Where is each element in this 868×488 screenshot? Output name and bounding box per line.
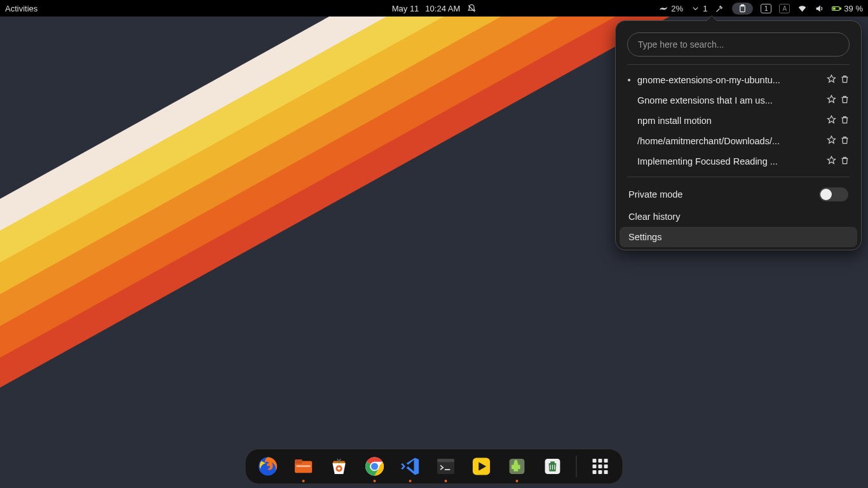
files-icon — [293, 456, 315, 477]
svg-rect-4 — [833, 7, 836, 9]
settings-row[interactable]: Settings — [620, 227, 857, 247]
clipboard-icon — [738, 4, 747, 13]
clipboard-menu: Private mode Clear history Settings — [616, 182, 861, 247]
dock-app-vscode[interactable] — [398, 454, 423, 478]
star-icon[interactable] — [827, 156, 836, 167]
clock-area[interactable]: May 11 10:24 AM — [392, 4, 477, 13]
software-icon — [329, 456, 350, 477]
star-icon[interactable] — [827, 74, 836, 86]
battery-percent: 39 % — [844, 4, 863, 13]
dock-app-trash[interactable] — [541, 454, 565, 478]
cpu-percent: 2% — [671, 4, 683, 13]
dock-app-media[interactable] — [470, 454, 494, 478]
workspace-indicator[interactable]: 1 — [761, 4, 771, 13]
runcat-icon — [659, 4, 668, 13]
updates-indicator[interactable]: 1 — [691, 4, 707, 13]
dock-app-firefox[interactable] — [256, 454, 280, 478]
svg-rect-7 — [295, 459, 302, 464]
media-icon — [471, 456, 492, 477]
trash-icon[interactable] — [840, 115, 850, 126]
keyboard-layout-indicator[interactable]: A — [779, 4, 790, 13]
private-mode-toggle[interactable] — [819, 187, 848, 201]
show-apps-button[interactable] — [588, 454, 613, 478]
clipboard-items-list: •gnome-extensions-on-my-ubuntu...Gnome e… — [616, 70, 861, 172]
trash-icon[interactable] — [840, 74, 850, 86]
star-icon[interactable] — [827, 135, 836, 147]
battery-indicator[interactable]: 39 % — [832, 4, 863, 13]
clipboard-search — [627, 32, 850, 57]
activities-button[interactable]: Activities — [5, 4, 37, 13]
wifi-icon[interactable] — [797, 4, 807, 13]
clipboard-item-text: Gnome extensions that I am us... — [637, 95, 822, 105]
clipboard-indicator[interactable] — [732, 3, 753, 15]
private-mode-label: Private mode — [628, 189, 682, 200]
clipboard-item[interactable]: •gnome-extensions-on-my-ubuntu... — [620, 70, 857, 90]
svg-point-17 — [514, 460, 517, 463]
vscode-icon — [400, 456, 421, 477]
download-icon — [691, 4, 700, 13]
battery-icon — [832, 4, 841, 13]
star-icon[interactable] — [827, 95, 836, 106]
apps-grid-icon — [593, 459, 608, 474]
top-panel: Activities May 11 10:24 AM 2% 1 — [0, 0, 868, 17]
firefox-icon — [257, 456, 279, 477]
chrome-icon — [364, 456, 386, 477]
clipboard-item[interactable]: Implementing Focused Reading ... — [620, 151, 857, 172]
separator — [627, 64, 850, 65]
dock-divider — [576, 456, 577, 477]
clipboard-item-text: gnome-extensions-on-my-ubuntu... — [637, 75, 822, 85]
extensions-icon — [506, 456, 528, 477]
popup-arrow — [706, 15, 717, 21]
settings-label: Settings — [628, 232, 661, 242]
trash-icon[interactable] — [840, 156, 850, 167]
clear-history-row[interactable]: Clear history — [620, 207, 857, 227]
svg-rect-8 — [296, 465, 310, 467]
star-icon[interactable] — [827, 115, 836, 126]
runcat-indicator[interactable]: 2% — [659, 4, 683, 13]
current-item-bullet: • — [626, 75, 632, 85]
trash-icon[interactable] — [840, 135, 850, 147]
clipboard-item-text: /home/amitmerchant/Downloads/... — [637, 136, 822, 146]
dock — [245, 449, 623, 484]
clear-history-label: Clear history — [628, 212, 680, 222]
bell-mute-icon — [466, 4, 476, 13]
dock-app-terminal[interactable] — [434, 454, 458, 478]
updates-count: 1 — [703, 4, 707, 13]
trash-icon — [542, 456, 564, 477]
clipboard-item[interactable]: npm install motion — [620, 111, 857, 131]
dock-app-software[interactable] — [327, 454, 351, 478]
clipboard-item[interactable]: Gnome extensions that I am us... — [620, 90, 857, 111]
dock-app-files[interactable] — [292, 454, 316, 478]
terminal-icon — [435, 456, 457, 477]
clipboard-item-text: Implementing Focused Reading ... — [637, 156, 822, 166]
svg-rect-14 — [437, 459, 454, 462]
dock-app-chrome[interactable] — [363, 454, 387, 478]
clipboard-item-text: npm install motion — [637, 116, 822, 126]
separator — [627, 177, 850, 177]
keyboard-layout-label: A — [783, 5, 787, 12]
workspace-number: 1 — [764, 5, 768, 12]
search-input[interactable] — [627, 32, 850, 57]
dock-app-extensions[interactable] — [505, 454, 529, 478]
eyedropper-icon[interactable] — [715, 4, 724, 13]
time-label: 10:24 AM — [425, 4, 460, 13]
private-mode-row[interactable]: Private mode — [620, 182, 857, 207]
clipboard-popup: •gnome-extensions-on-my-ubuntu...Gnome e… — [615, 20, 862, 250]
volume-icon[interactable] — [815, 4, 824, 13]
trash-icon[interactable] — [840, 95, 850, 106]
clipboard-item[interactable]: /home/amitmerchant/Downloads/... — [620, 131, 857, 151]
svg-rect-3 — [840, 8, 841, 9]
date-label: May 11 — [392, 4, 419, 13]
